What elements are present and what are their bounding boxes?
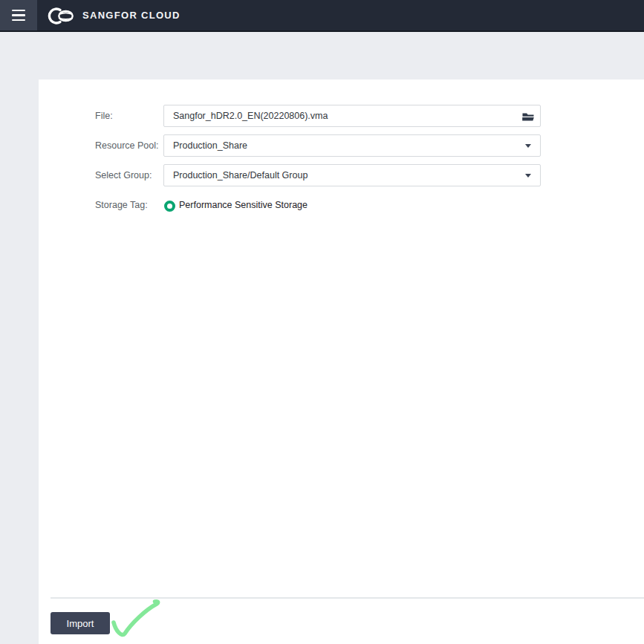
form-row-resource-pool: Resource Pool: Production_Share bbox=[0, 134, 644, 157]
form-row-file: File: Sangfor_hDR2.0_EN(20220806).vma bbox=[0, 105, 644, 127]
radio-selected-icon[interactable] bbox=[164, 201, 175, 212]
brand: SANGFOR CLOUD bbox=[48, 0, 180, 30]
brand-text: SANGFOR CLOUD bbox=[82, 10, 180, 21]
caret-down-icon bbox=[516, 174, 540, 178]
menu-button[interactable] bbox=[0, 0, 37, 30]
storage-tag-label: Storage Tag: bbox=[95, 199, 148, 211]
form-row-storage-tag: Storage Tag: Performance Sensitive Stora… bbox=[0, 199, 644, 214]
file-label: File: bbox=[95, 105, 113, 127]
hamburger-icon bbox=[12, 10, 25, 22]
browse-button[interactable] bbox=[516, 111, 540, 122]
import-virtual-machine-page: SANGFOR CLOUD Virtual Machine > Import V… bbox=[0, 0, 644, 644]
folder-icon bbox=[521, 111, 535, 122]
resource-pool-value: Production_Share bbox=[164, 140, 516, 151]
top-navbar: SANGFOR CLOUD bbox=[0, 0, 644, 32]
select-group-value: Production_Share/Default Group bbox=[164, 170, 516, 180]
select-group-label: Select Group: bbox=[95, 164, 152, 186]
resource-pool-label: Resource Pool: bbox=[95, 134, 158, 157]
resource-pool-select[interactable]: Production_Share bbox=[163, 134, 541, 157]
file-value: Sangfor_hDR2.0_EN(20220806).vma bbox=[164, 111, 516, 121]
import-button[interactable]: Import bbox=[51, 612, 110, 634]
caret-down-icon bbox=[516, 144, 540, 148]
footer-divider bbox=[51, 597, 644, 599]
breadcrumb-band: Virtual Machine > Import Virtual Machine bbox=[0, 32, 644, 79]
sangfor-cloud-logo-icon bbox=[48, 4, 77, 27]
file-input[interactable]: Sangfor_hDR2.0_EN(20220806).vma bbox=[163, 105, 541, 127]
storage-tag-option: Performance Sensitive Storage bbox=[179, 199, 308, 211]
select-group-select[interactable]: Production_Share/Default Group bbox=[163, 164, 541, 186]
form-row-select-group: Select Group: Production_Share/Default G… bbox=[0, 164, 644, 186]
